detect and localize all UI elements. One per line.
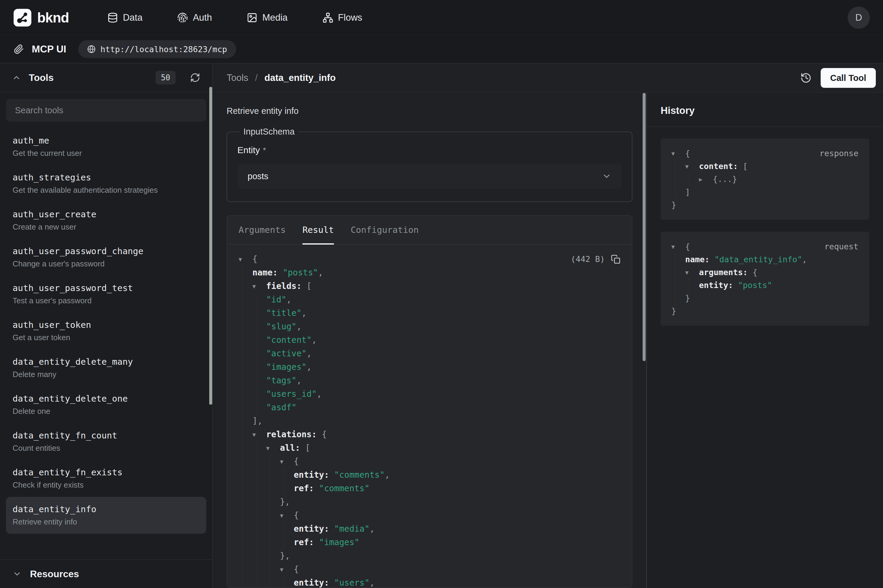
collapse-arrow-icon[interactable]: ▼ [685,269,699,276]
mcp-subheader: MCP UI http://localhost:28623/mcp [0,35,883,63]
json-line: "asdf" [238,401,621,414]
entity-select[interactable]: posts [237,164,622,189]
json-string: "media" [329,524,370,534]
result-tabs: Arguments Result Configuration [227,216,632,244]
collapse-arrow-icon[interactable]: ▼ [280,458,294,465]
json-line: ▼{ [238,562,621,576]
json-punct: , [301,308,307,318]
collapse-arrow-icon[interactable]: ▼ [238,256,252,262]
nav-item-auth[interactable]: Auth [177,12,212,23]
json-line: "tags", [238,374,621,387]
json-punct: { [748,268,758,277]
json-punct: { [685,242,690,251]
resources-section-header[interactable]: Resources [0,559,212,588]
json-punct: { [685,148,690,158]
json-key: content: [699,162,738,171]
tool-item-data_entity_info[interactable]: data_entity_info Retrieve entity info [6,497,206,534]
tab-arguments[interactable]: Arguments [238,216,286,244]
collapse-arrow-icon[interactable]: ▼ [685,163,699,170]
line-meta-label: (442 B) [571,255,605,264]
tool-item-auth_user_password_test[interactable]: auth_user_password_test Test a user's pa… [6,276,206,313]
tool-description: Delete one [13,406,199,416]
collapse-arrow-icon[interactable]: ▼ [672,150,685,157]
collapse-arrow-icon[interactable]: ▼ [280,566,294,573]
tools-search-wrap [0,92,212,123]
history-response-card[interactable]: ▼{response▼content: [▶{...}]} [661,138,869,220]
json-punct: { [317,429,327,440]
tools-sidebar: Tools 50 auth_me Get the current user au… [0,63,213,588]
tool-item-data_entity_fn_count[interactable]: data_entity_fn_count Count entities [6,423,206,460]
user-avatar[interactable]: D [848,7,870,29]
nav-item-data[interactable]: Data [107,12,142,23]
breadcrumb-section[interactable]: Tools [226,72,248,83]
collapse-arrow-icon[interactable]: ▼ [252,283,266,290]
json-punct: , [312,335,317,345]
json-line: "images", [238,360,621,374]
json-string: "data_entity_info" [709,255,802,264]
tool-description: Test a user's password [13,296,199,305]
chevron-up-icon[interactable] [12,73,21,82]
tool-item-auth_me[interactable]: auth_me Get the current user [6,128,206,165]
json-punct: ] [685,187,690,196]
tool-description: Create a new user [13,222,199,232]
json-key: ref: [294,483,314,493]
json-string: "users_id" [266,389,317,399]
paperclip-icon [14,44,24,54]
json-line: ▼fields: [ [238,279,621,293]
collapse-arrow-icon[interactable]: ▼ [280,512,294,519]
json-string: "asdf" [266,402,297,412]
history-icon[interactable] [800,72,812,84]
expand-arrow-icon[interactable]: ▶ [699,176,713,183]
json-string: "title" [266,308,301,318]
json-punct: [ [301,281,312,291]
json-punct: { [294,456,299,466]
collapse-arrow-icon[interactable]: ▼ [252,431,266,438]
fingerprint-icon [177,12,188,23]
json-line: } [672,292,858,304]
brand[interactable]: bknd [13,8,69,27]
sidebar-scrollbar[interactable] [209,87,212,405]
collapse-arrow-icon[interactable]: ▼ [266,445,280,452]
json-line: "id", [238,293,621,306]
json-string: "posts" [277,268,318,278]
nav-item-label: Media [262,12,288,23]
tool-item-auth_user_create[interactable]: auth_user_create Create a new user [6,202,206,239]
tool-item-data_entity_delete_many[interactable]: data_entity_delete_many Delete many [6,350,206,386]
json-line: "users_id", [238,387,621,401]
tab-configuration[interactable]: Configuration [351,216,419,244]
history-request-card[interactable]: ▼{requestname: "data_entity_info",▼argum… [661,232,869,326]
tool-name: data_entity_delete_many [13,357,199,367]
search-tools-input[interactable] [6,99,206,122]
tool-description: Get a user token [13,333,199,342]
json-line: ▼relations: { [238,428,621,441]
json-line: ▼{response [672,147,858,160]
json-string: "content" [266,335,312,345]
main-scrollbar[interactable] [643,93,646,361]
tool-item-data_entity_delete_one[interactable]: data_entity_delete_one Delete one [6,386,206,423]
tools-section-header: Tools 50 [0,63,212,92]
tab-result[interactable]: Result [303,216,334,244]
nav-item-media[interactable]: Media [247,12,288,23]
refresh-icon[interactable] [190,72,200,83]
server-url-pill[interactable]: http://localhost:28623/mcp [78,40,236,58]
tools-section-title: Tools [29,72,54,83]
json-line: entity: "media", [238,522,621,536]
tool-item-auth_user_password_change[interactable]: auth_user_password_change Change a user'… [6,239,206,276]
copy-icon[interactable] [611,255,621,264]
chevron-down-icon [602,171,612,181]
history-header: History [647,93,883,127]
call-tool-button[interactable]: Call Tool [821,68,876,88]
json-line: "content", [238,333,621,347]
json-punct: , [318,268,323,278]
json-key: ref: [294,537,314,547]
json-punct: { [294,564,299,574]
tool-item-auth_strategies[interactable]: auth_strategies Get the available authen… [6,165,206,202]
json-punct: } [672,200,676,210]
tool-item-data_entity_fn_exists[interactable]: data_entity_fn_exists Check if entity ex… [6,460,206,497]
collapse-arrow-icon[interactable]: ▼ [672,243,685,250]
database-icon [107,12,118,23]
json-punct: , [286,295,291,304]
nav-item-flows[interactable]: Flows [322,12,362,23]
tool-item-auth_user_token[interactable]: auth_user_token Get a user token [6,313,206,350]
json-key: all: [280,443,300,453]
